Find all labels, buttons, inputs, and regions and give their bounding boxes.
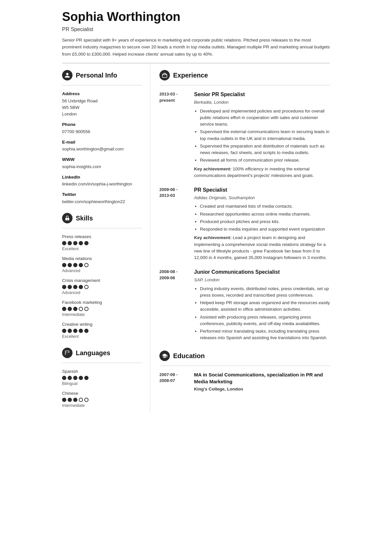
experience-header: Experience [159, 70, 330, 80]
skill-name: Creative writing [62, 321, 142, 328]
experience-title: Experience [173, 70, 208, 80]
experience-entry: 2009-06 -2013-03PR SpecialistAdidas Orig… [159, 186, 330, 261]
language-item: ChineseIntermediate [62, 390, 142, 409]
info-value: sophia-insights.com [62, 164, 142, 170]
exp-company: Adidas Originals, Southampton [194, 195, 330, 201]
experience-list: 2013-03 -presentSenior PR SpecialistBerk… [159, 91, 330, 343]
dot-filled [79, 376, 83, 380]
education-list: 2007-09 -2008-07MA in Social Communicati… [159, 371, 330, 392]
exp-bullet: Reviewed all forms of communication prio… [200, 157, 330, 164]
skill-dots [62, 241, 142, 245]
dot-empty [84, 285, 89, 289]
main-layout: Personal Info Address56 Uxbridge RoadW5 … [62, 63, 330, 413]
skill-name: Press releases [62, 234, 142, 240]
dot-filled [62, 241, 66, 245]
candidate-summary: Senior PR specialist with 9+ years of ex… [62, 37, 330, 58]
skill-item: Creative writingExcellent [62, 321, 142, 340]
skill-level: Excellent [62, 246, 142, 252]
language-dots [62, 376, 142, 380]
dot-filled [73, 329, 77, 333]
skills-section: Skills Press releasesExcellentMedia rela… [62, 213, 142, 340]
dot-empty [79, 398, 83, 402]
skill-name: Crisis management [62, 277, 142, 284]
language-name: Chinese [62, 390, 142, 397]
exp-bullet: Responded to media inquiries and support… [200, 226, 330, 233]
exp-bullets: During industry events, distributed note… [194, 286, 330, 341]
languages-list: SpanishBilingualChineseIntermediate [62, 368, 142, 409]
exp-achievement: Key achievement: Lead a project team in … [194, 234, 330, 261]
personal-info-fields: Address56 Uxbridge RoadW5 5BWLondonPhone… [62, 91, 142, 205]
language-level: Intermediate [62, 403, 142, 409]
skills-icon-circle [62, 213, 73, 223]
education-title: Education [173, 351, 205, 361]
personal-info-title: Personal Info [76, 70, 117, 80]
skills-list: Press releasesExcellentMedia relationsAd… [62, 234, 142, 340]
info-value: 56 Uxbridge RoadW5 5BWLondon [62, 98, 142, 118]
resume-header: Sophia Worthington PR Specialist Senior … [62, 10, 330, 58]
edu-content: MA in Social Communications, specializat… [194, 371, 330, 392]
info-label: LinkedIn [62, 174, 142, 181]
skill-name: Facebook marketing [62, 299, 142, 306]
language-dots [62, 398, 142, 402]
dot-filled [73, 241, 77, 245]
info-value: sophia.worthington@gmail.com [62, 146, 142, 152]
languages-title: Languages [76, 348, 110, 358]
info-value: 07700 900556 [62, 129, 142, 135]
exp-date: 2009-06 -2013-03 [159, 186, 189, 261]
exp-title: Junior Communications Specialist [194, 268, 330, 276]
education-entry: 2007-09 -2008-07MA in Social Communicati… [159, 371, 330, 392]
dot-filled [84, 376, 89, 380]
dot-filled [79, 285, 83, 289]
exp-bullet: Developed and implemented policies and p… [200, 108, 330, 128]
dot-filled [73, 398, 77, 402]
left-column: Personal Info Address56 Uxbridge RoadW5 … [62, 63, 150, 413]
dot-filled [62, 307, 66, 311]
experience-icon-circle [159, 70, 170, 80]
dot-filled [79, 241, 83, 245]
skill-name: Media relations [62, 255, 142, 262]
dot-empty [79, 307, 83, 311]
dot-filled [62, 263, 66, 267]
exp-bullet: Created and maintained lists of media co… [200, 203, 330, 210]
dot-filled [68, 307, 72, 311]
skill-level: Intermediate [62, 312, 142, 318]
dot-filled [73, 263, 77, 267]
exp-bullet: During industry events, distributed note… [200, 286, 330, 299]
exp-bullet: Supervised the preparation and distribut… [200, 143, 330, 156]
info-block: WWWsophia-insights.com [62, 156, 142, 170]
candidate-title: PR Specialist [62, 26, 330, 33]
languages-section: Languages SpanishBilingualChineseInterme… [62, 348, 142, 409]
info-block: Phone07700 900556 [62, 121, 142, 135]
language-item: SpanishBilingual [62, 368, 142, 387]
exp-bullet: Performed minor translating tasks, inclu… [200, 328, 330, 341]
exp-bullet: Helped keep PR storage areas organized a… [200, 300, 330, 313]
exp-company: Berkadia, London [194, 99, 330, 106]
skill-level: Advanced [62, 290, 142, 296]
info-value: linkedin.com/in/sophia-j-worthington [62, 181, 142, 187]
info-block: LinkedInlinkedin.com/in/sophia-j-worthin… [62, 174, 142, 188]
info-label: E-mail [62, 139, 142, 146]
experience-entry: 2013-03 -presentSenior PR SpecialistBerk… [159, 91, 330, 179]
exp-bullet: Produced product pitches and press kits. [200, 218, 330, 225]
language-level: Bilingual [62, 381, 142, 387]
info-label: WWW [62, 156, 142, 163]
dot-filled [62, 329, 66, 333]
graduation-icon [162, 353, 168, 359]
info-value: twitter.com/sophieworthington22 [62, 199, 142, 205]
dot-filled [62, 285, 66, 289]
dot-filled [68, 285, 72, 289]
skill-level: Advanced [62, 268, 142, 274]
personal-info-section: Personal Info Address56 Uxbridge RoadW5 … [62, 70, 142, 205]
exp-content: Senior PR SpecialistBerkadia, LondonDeve… [194, 91, 330, 179]
dot-filled [62, 376, 66, 380]
exp-bullet: Supervised the external communications t… [200, 129, 330, 142]
languages-header: Languages [62, 348, 142, 358]
exp-bullet: Assisted with producing press releases, … [200, 314, 330, 327]
info-block: E-mailsophia.worthington@gmail.com [62, 139, 142, 153]
exp-bullets: Developed and implemented policies and p… [194, 108, 330, 164]
experience-divider [159, 85, 330, 85]
personal-info-icon [62, 70, 73, 80]
skills-header: Skills [62, 213, 142, 223]
dot-filled [73, 285, 77, 289]
exp-bullet: Researched opportunities across online m… [200, 211, 330, 217]
